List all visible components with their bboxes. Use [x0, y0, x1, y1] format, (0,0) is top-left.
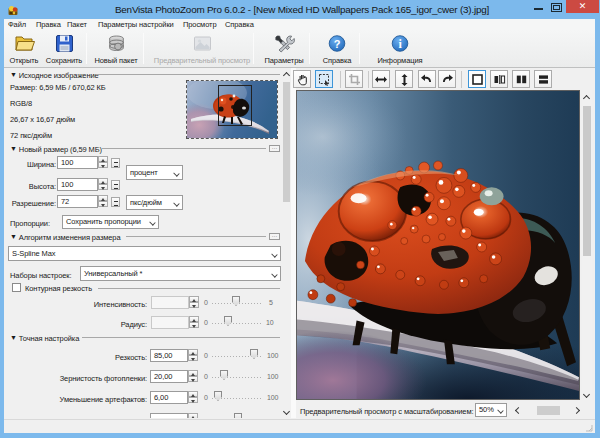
svg-text:?: ?: [334, 38, 341, 50]
